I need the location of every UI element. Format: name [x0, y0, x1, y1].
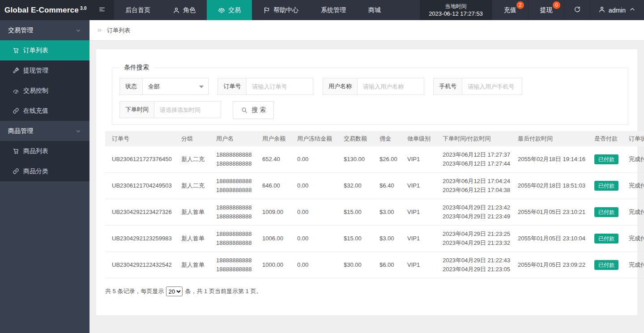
status-select[interactable]: 全部 — [142, 78, 209, 95]
username: admin — [609, 7, 626, 14]
phone-input[interactable] — [462, 78, 522, 95]
recharge-button[interactable]: 充值 2 — [492, 0, 528, 20]
column-header: 下单时间/付款时间 — [436, 131, 511, 146]
link-icon — [13, 168, 19, 175]
sidebar-submenu: 订单列表提现管理交易控制在线充值 — [0, 40, 90, 121]
last-pay-cell: 2055年01月05日 23:10:04 — [511, 226, 588, 252]
sidebar-item-label: 商品列表 — [23, 147, 48, 155]
search-button[interactable]: 搜 索 — [233, 101, 274, 119]
order-time-filter: 下单时间 — [119, 101, 221, 118]
app-logo: Global E-Commerce 3.0 — [0, 0, 90, 20]
order-list-card: 条件搜索 状态 全部 订单号 用户名称 手机号 — [96, 49, 637, 315]
order-no-input[interactable] — [246, 78, 313, 95]
local-time-label: 当地时间 — [429, 3, 483, 10]
sidebar-item[interactable]: 交易控制 — [0, 81, 90, 101]
table-row: UB2306121704249503新人二充188888888881888888… — [105, 173, 644, 199]
sidebar-item-label: 提现管理 — [23, 67, 48, 75]
group-cell: 新人二充 — [175, 146, 209, 173]
search-panel: 条件搜索 状态 全部 订单号 用户名称 手机号 — [112, 64, 628, 125]
double-chevron-icon — [96, 27, 103, 34]
sidebar-item-label: 在线充值 — [23, 107, 48, 115]
status-cell: 完成付款 — [622, 173, 644, 199]
group-cell: 新人首单 — [175, 199, 209, 226]
sidebar-toggle-button[interactable] — [90, 0, 114, 20]
sidebar-item[interactable]: 在线充值 — [0, 101, 90, 121]
username-input[interactable] — [357, 78, 424, 95]
search-icon — [241, 107, 248, 114]
table-row: UB2304292123427326新人首单188888888881888888… — [105, 199, 644, 226]
last-pay-cell: 2055年01月05日 23:09:22 — [511, 252, 588, 278]
order-no-cell: UB2304292123259983 — [105, 226, 175, 252]
commission-cell: $6.00 — [373, 252, 401, 278]
local-time-block: 当地时间 2023-06-12 17:27:53 — [420, 0, 492, 20]
status-label: 状态 — [119, 78, 142, 95]
amount-cell: $32.00 — [337, 173, 373, 199]
sidebar-item[interactable]: 订单列表 — [0, 40, 90, 60]
chevron-down-icon — [75, 128, 81, 134]
username-cell: 1888888888818888888888 — [209, 252, 256, 278]
top-menu-item[interactable]: 角色 — [162, 0, 207, 20]
recharge-badge: 2 — [516, 1, 524, 9]
order-time-cell: 2023年04月29日 21:23:422023年04月29日 21:23:49 — [436, 199, 511, 226]
username-label: 用户名称 — [323, 78, 357, 95]
withdraw-badge: 0 — [553, 1, 560, 9]
person-icon — [173, 7, 180, 14]
refresh-button[interactable] — [564, 0, 590, 20]
top-menu-item[interactable]: 系统管理 — [310, 0, 357, 20]
search-legend: 条件搜索 — [119, 64, 154, 72]
paid-status-badge: 已付款 — [594, 234, 618, 243]
order-time-input[interactable] — [154, 101, 221, 118]
sidebar-group-label: 商品管理 — [8, 127, 33, 135]
top-menu-item[interactable]: 帮助中心 — [252, 0, 310, 20]
top-menu-item-label: 帮助中心 — [273, 6, 299, 14]
sidebar-item[interactable]: 商品分类 — [0, 161, 90, 181]
breadcrumb: 订单列表 — [90, 20, 644, 40]
level-cell: VIP1 — [401, 146, 436, 173]
last-pay-cell: 2055年01月05日 23:10:21 — [511, 199, 588, 226]
chevron-up-icon — [629, 6, 636, 14]
frozen-cell: 0.00 — [290, 146, 337, 173]
sidebar-item[interactable]: 商品列表 — [0, 141, 90, 161]
pagination-suffix: 条，共 1 页当前显示第 1 页。 — [185, 287, 262, 295]
top-menu-item-label: 交易 — [228, 6, 241, 14]
paid-cell: 已付款 — [588, 173, 622, 199]
recharge-label: 充值 — [504, 6, 516, 14]
column-header: 分组 — [175, 131, 209, 146]
paid-status-badge: 已付款 — [594, 260, 618, 270]
pagination: 共 5 条记录，每页显示 20 条，共 1 页当前显示第 1 页。 — [105, 286, 628, 296]
local-time-value: 2023-06-12 17:27:53 — [429, 10, 483, 17]
sidebar: 交易管理订单列表提现管理交易控制在线充值商品管理商品列表商品分类 — [0, 20, 90, 333]
order-time-cell: 2023年06月12日 17:04:242023年06月12日 17:04:38 — [436, 173, 511, 199]
paid-cell: 已付款 — [588, 199, 622, 226]
frozen-cell: 0.00 — [290, 199, 337, 226]
user-icon — [598, 6, 606, 14]
paid-status-badge: 已付款 — [594, 154, 618, 164]
top-menu-item[interactable]: 商城 — [357, 0, 392, 20]
amount-cell: $130.00 — [337, 146, 373, 173]
table-row: UB2304292123259983新人首单188888888881888888… — [105, 226, 644, 252]
top-menu-item[interactable]: 后台首页 — [114, 0, 162, 20]
chevron-down-icon — [75, 27, 81, 34]
order-time-label: 下单时间 — [119, 101, 154, 118]
column-header: 用户冻结金额 — [290, 131, 337, 146]
level-cell: VIP1 — [401, 252, 436, 278]
phone-filter: 手机号 — [433, 78, 522, 95]
search-button-label: 搜 索 — [252, 106, 266, 114]
sidebar-group-header[interactable]: 商品管理 — [0, 121, 90, 141]
group-cell: 新人首单 — [175, 252, 209, 278]
withdraw-button[interactable]: 提现 0 — [528, 0, 564, 20]
sidebar-group-header[interactable]: 交易管理 — [0, 20, 90, 40]
orders-table: 订单号分组用户名用户余额用户冻结金额交易数额佣金做单级别下单时间/付款时间最后付… — [105, 131, 644, 278]
withdraw-label: 提现 — [540, 6, 553, 14]
sidebar-item[interactable]: 提现管理 — [0, 60, 90, 81]
sidebar-item-label: 订单列表 — [23, 47, 48, 55]
frozen-cell: 0.00 — [290, 173, 337, 199]
paid-cell: 已付款 — [588, 226, 622, 252]
per-page-select[interactable]: 20 — [166, 286, 183, 296]
user-menu[interactable]: admin — [590, 0, 644, 20]
table-header-row: 订单号分组用户名用户余额用户冻结金额交易数额佣金做单级别下单时间/付款时间最后付… — [105, 131, 644, 146]
top-menu-item[interactable]: 交易 — [207, 0, 252, 20]
last-pay-cell: 2055年02月18日 18:51:03 — [511, 173, 588, 199]
column-header: 最后付款时间 — [511, 131, 588, 146]
column-header: 交易数额 — [337, 131, 373, 146]
